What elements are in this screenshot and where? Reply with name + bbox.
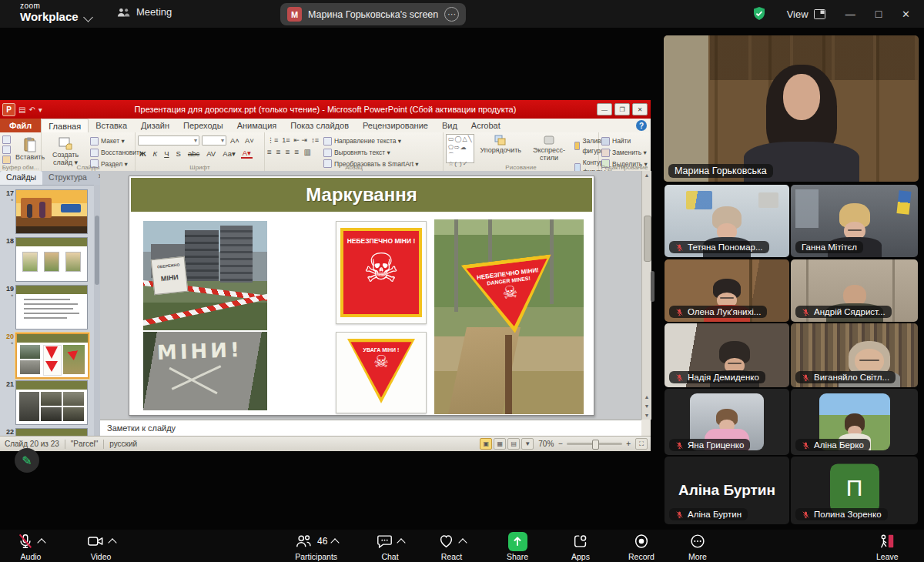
ribbon-tab-transitions[interactable]: Переходы	[176, 119, 230, 132]
zoom-slider[interactable]	[567, 443, 622, 445]
underline-button[interactable]: Ч	[162, 149, 170, 158]
ribbon-tab-acrobat[interactable]: Acrobat	[464, 119, 507, 132]
justify-icon[interactable]: ≡	[295, 148, 300, 156]
ribbon-tab-file[interactable]: Файл	[0, 119, 41, 132]
view-button[interactable]: View	[787, 8, 825, 20]
cut-icon[interactable]	[2, 135, 11, 144]
arrange-button[interactable]: Упорядочить	[477, 134, 524, 155]
ppt-close-button[interactable]: ✕	[632, 103, 648, 115]
ribbon-tab-home[interactable]: Главная	[41, 119, 89, 132]
maximize-button[interactable]: □	[875, 8, 882, 20]
participants-button[interactable]: 46 Participants	[294, 532, 338, 561]
participant-video[interactable]: П Полина Зоренко	[791, 457, 918, 524]
close-button[interactable]: ✕	[902, 8, 910, 20]
ribbon-tab-view[interactable]: Вид	[435, 119, 464, 132]
audio-options-chevron[interactable]	[37, 538, 45, 547]
language-indicator[interactable]: русский	[109, 440, 137, 448]
slide-thumbnail-18[interactable]	[15, 237, 88, 282]
ribbon-tab-design[interactable]: Дизайн	[134, 119, 176, 132]
participant-video[interactable]: Аліна Буртин Аліна Буртин	[665, 457, 789, 524]
indent-icons[interactable]: ⇤ ⇥	[294, 136, 308, 144]
participant-video[interactable]: Яна Гриценко	[665, 389, 789, 455]
shadow-button[interactable]: S	[175, 149, 182, 158]
bold-button[interactable]: Ж	[138, 149, 148, 158]
ribbon-tab-animations[interactable]: Анимация	[230, 119, 284, 132]
font-name-select[interactable]: ▾	[138, 135, 199, 146]
participant-video[interactable]: Тетяна Пономар...	[665, 185, 789, 257]
annotation-pencil-button[interactable]: ✎	[15, 448, 39, 473]
align-text-button[interactable]: Выровнять текст ▾	[323, 148, 419, 158]
leave-button[interactable]: Leave	[876, 532, 899, 561]
quick-styles-button[interactable]: Экспресс-стили	[527, 134, 571, 162]
align-left-icon[interactable]: ≡	[267, 148, 272, 156]
replace-button[interactable]: Заменить ▾	[601, 148, 648, 158]
minimize-button[interactable]: —	[845, 8, 855, 20]
italic-button[interactable]: К	[152, 149, 159, 158]
quick-access-toolbar[interactable]: P ▤ ↶ ▾	[2, 103, 42, 116]
ribbon-tab-review[interactable]: Рецензирование	[356, 119, 435, 132]
record-button[interactable]: Record	[628, 532, 654, 561]
strikethrough-button[interactable]: abc	[186, 149, 201, 158]
ppt-restore-button[interactable]: ❐	[614, 103, 630, 115]
participants-options-chevron[interactable]	[331, 538, 340, 547]
slide-sorter-button[interactable]: ▦	[494, 438, 506, 450]
panel-tab-outline[interactable]: Структура	[42, 171, 93, 185]
security-shield-icon[interactable]	[752, 6, 767, 22]
save-icon[interactable]: ▤	[18, 105, 25, 114]
tab-shared-screen[interactable]: M Марина Горьковська's screen ⋯	[280, 3, 466, 25]
slide-thumbnail-20-selected[interactable]	[15, 333, 89, 379]
help-icon[interactable]: ?	[636, 120, 647, 131]
change-case-button[interactable]: Аа▾	[221, 149, 237, 158]
align-right-icon[interactable]: ≡	[286, 148, 290, 156]
participant-video[interactable]: Виганяйло Світл...	[791, 323, 918, 387]
chat-button[interactable]: Chat	[376, 532, 404, 561]
font-size-select[interactable]: ▾	[202, 135, 226, 146]
zoom-in-icon[interactable]: +	[626, 440, 631, 448]
workspace-dropdown-chevron-icon[interactable]	[85, 10, 92, 24]
text-direction-button[interactable]: Направление текста ▾	[323, 136, 419, 146]
ppt-minimize-button[interactable]: —	[597, 103, 612, 115]
qat-dropdown-icon[interactable]: ▾	[38, 105, 42, 114]
tab-meeting[interactable]: Meeting	[117, 6, 172, 18]
zoom-out-icon[interactable]: −	[558, 440, 563, 448]
font-color-button[interactable]: А▾	[241, 149, 253, 159]
panel-tab-slides[interactable]: Слайды	[0, 171, 42, 185]
participant-video[interactable]: Ганна Мітітєл	[791, 185, 918, 257]
participant-video[interactable]: Аліна Берко	[791, 389, 918, 455]
format-painter-icon[interactable]	[2, 156, 11, 164]
video-options-chevron[interactable]	[108, 538, 116, 547]
ribbon-tab-slideshow[interactable]: Показ слайдов	[283, 119, 356, 132]
find-button[interactable]: Найти	[601, 136, 648, 146]
shapes-gallery[interactable]: ▭◯△╲⬠⇨☁⌒☆( )✓	[446, 134, 474, 163]
notes-pane[interactable]: Заметки к слайду	[100, 420, 641, 436]
apps-button[interactable]: Apps	[571, 532, 590, 561]
react-button[interactable]: React	[437, 532, 466, 561]
line-spacing-icon[interactable]: ↕≡	[311, 136, 319, 144]
slide-thumbnail-21[interactable]	[15, 380, 88, 425]
undo-icon[interactable]: ↶	[28, 105, 35, 114]
shrink-font-icon[interactable]: A˅	[243, 136, 256, 145]
more-button[interactable]: More	[688, 532, 707, 561]
audio-button[interactable]: Audio	[17, 532, 45, 561]
participant-video[interactable]: Олена Лук'янихі...	[665, 259, 789, 322]
video-button[interactable]: Video	[86, 532, 116, 561]
char-spacing-button[interactable]: AV	[205, 149, 217, 158]
participant-video[interactable]: Надія Демиденко	[665, 323, 789, 387]
tab-options-icon[interactable]: ⋯	[444, 7, 459, 22]
participant-video-main[interactable]: Марина Горьковська	[664, 35, 919, 182]
numbering-icon[interactable]: 1≡	[282, 136, 290, 144]
fit-to-window-icon[interactable]: ⛶	[635, 438, 648, 450]
slide-thumbnail-17[interactable]	[15, 189, 88, 234]
panel-scrollbar[interactable]	[94, 185, 100, 436]
columns-icon[interactable]: ▥	[303, 148, 310, 156]
bullets-icon[interactable]: ⋮≡	[267, 136, 278, 144]
react-options-chevron[interactable]	[458, 538, 467, 547]
participant-video[interactable]: Андрій Сядрист...	[791, 259, 918, 322]
slideshow-button[interactable]: ▼	[521, 438, 534, 450]
copy-icon[interactable]	[2, 146, 11, 154]
grow-font-icon[interactable]: A˄	[229, 136, 241, 145]
reading-view-button[interactable]: ▤	[507, 438, 520, 450]
slide-thumbnail-19[interactable]	[15, 285, 88, 330]
ribbon-tab-insert[interactable]: Вставка	[89, 119, 134, 132]
chat-options-chevron[interactable]	[397, 538, 405, 547]
